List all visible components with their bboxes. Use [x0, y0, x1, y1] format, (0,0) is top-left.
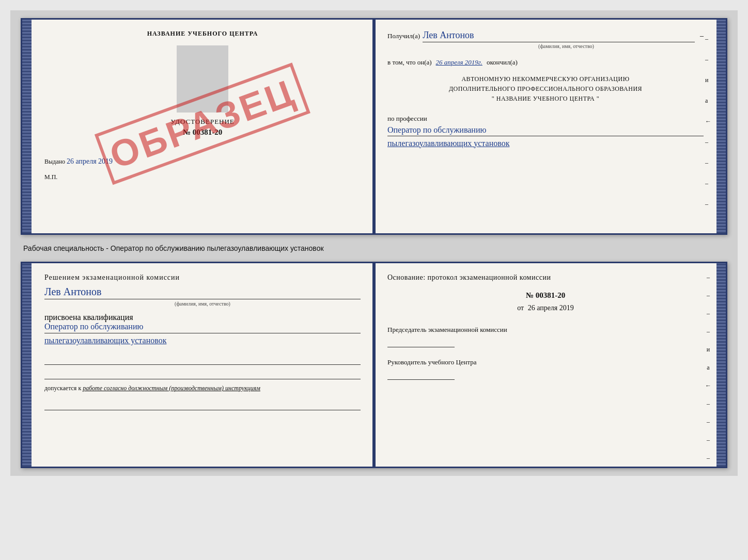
spine-left — [22, 20, 32, 233]
fio-subtitle-top: (фамилия, имя, отчество) — [429, 43, 704, 49]
poluchil-label: Получил(а) — [387, 32, 420, 40]
fio-bottom-left: Лев Антонов — [44, 286, 361, 299]
org-line1: АВТОНОМНУЮ НЕКОММЕРЧЕСКУЮ ОРГАНИЗАЦИЮ — [387, 74, 704, 84]
osnovanie-text: Основание: протокол экзаменационной коми… — [387, 274, 704, 282]
udost-label: УДОСТОВЕРЕНИЕ — [44, 118, 361, 126]
blank-line-2 — [44, 369, 361, 379]
prisvoena-text: присвоена квалификация — [44, 313, 361, 322]
dash-after-fio: – — [700, 32, 704, 40]
po-professii-block: по профессии Оператор по обслуживанию пы… — [387, 115, 704, 149]
org-line2: ДОПОЛНИТЕЛЬНОГО ПРОФЕССИОНАЛЬНОГО ОБРАЗО… — [387, 84, 704, 94]
rukovoditel-sign-line — [387, 370, 455, 380]
right-column-lines: – – и а ← – – – – — [705, 35, 711, 208]
spine-right — [716, 20, 726, 233]
fio-sub-bottom: (фамилия, имя, отчество) — [44, 301, 361, 307]
spine-right-bottom — [716, 263, 726, 467]
v-tom-line: в том, что он(а) 26 апреля 2019г. окончи… — [387, 58, 704, 67]
ot-label: от — [517, 304, 524, 312]
profession-line2: пылегазоулавливающих установок — [387, 139, 704, 149]
blank-line-1 — [44, 355, 361, 365]
dopuskaetsya-block: допускается к работе согласно должностны… — [44, 385, 361, 392]
cert-title-block: НАЗВАНИЕ УЧЕБНОГО ЦЕНТРА — [44, 30, 361, 38]
org-block: АВТОНОМНУЮ НЕКОММЕРЧЕСКУЮ ОРГАНИЗАЦИЮ ДО… — [387, 74, 704, 104]
poluchil-line: Получил(а) Лев Антонов – — [387, 30, 704, 42]
qual-line1: Оператор по обслуживанию — [44, 322, 361, 333]
protocol-number: № 00381-20 — [387, 291, 704, 300]
bottom-right-page: Основание: протокол экзаменационной коми… — [375, 263, 716, 467]
blank-line-3 — [44, 400, 361, 410]
v-tom-label: в том, что он(а) — [387, 58, 432, 67]
profession-line1: Оператор по обслуживанию — [387, 125, 704, 136]
vydano-line: Выдано 26 апреля 2019 — [44, 157, 361, 166]
predsedatel-text: Председатель экзаменационной комиссии — [387, 325, 704, 334]
ot-date-value: 26 апреля 2019 — [528, 304, 574, 312]
spine-left-bottom — [22, 263, 32, 467]
dopuskaetsya-label: допускается к — [44, 385, 81, 392]
mp-line: М.П. — [44, 173, 361, 181]
right-col-dashes-bottom: – – – – и а ← – – – – — [705, 274, 711, 462]
caption-line: Рабочая специальность - Оператор по обсл… — [21, 240, 727, 257]
vydano-label: Выдано — [44, 158, 65, 165]
vydano-date: 26 апреля 2019 — [67, 157, 113, 165]
po-professii-label: по профессии — [387, 115, 427, 122]
bottom-certificate-book: Решением экзаменационной комиссии Лев Ан… — [21, 262, 727, 468]
cert-title: НАЗВАНИЕ УЧЕБНОГО ЦЕНТРА — [44, 30, 361, 38]
ot-date: от 26 апреля 2019 — [387, 304, 704, 312]
org-line3: " НАЗВАНИЕ УЧЕБНОГО ЦЕНТРА " — [387, 94, 704, 104]
okonchil-label: окончил(а) — [487, 58, 518, 67]
cert-date: 26 апреля 2019г. — [436, 58, 482, 67]
dopusk-value: работе согласно должностным (производств… — [83, 385, 260, 392]
top-right-page: Получил(а) Лев Антонов – (фамилия, имя, … — [375, 20, 716, 233]
resheniem-text: Решением экзаменационной комиссии — [44, 274, 361, 282]
fio-handwritten-top: Лев Антонов — [423, 30, 695, 42]
rukovoditel-text: Руководитель учебного Центра — [387, 358, 704, 367]
qual-line2: пылегазоулавливающих установок — [44, 336, 361, 347]
top-left-page: НАЗВАНИЕ УЧЕБНОГО ЦЕНТРА УДОСТОВЕРЕНИЕ №… — [32, 20, 375, 233]
page-wrapper: НАЗВАНИЕ УЧЕБНОГО ЦЕНТРА УДОСТОВЕРЕНИЕ №… — [10, 10, 738, 476]
top-certificate-book: НАЗВАНИЕ УЧЕБНОГО ЦЕНТРА УДОСТОВЕРЕНИЕ №… — [21, 18, 727, 235]
photo-placeholder — [177, 45, 228, 113]
bottom-left-page: Решением экзаменационной комиссии Лев Ан… — [32, 263, 375, 467]
udost-number: № 00381-20 — [44, 128, 361, 137]
predsedatel-sign-line — [387, 337, 455, 347]
